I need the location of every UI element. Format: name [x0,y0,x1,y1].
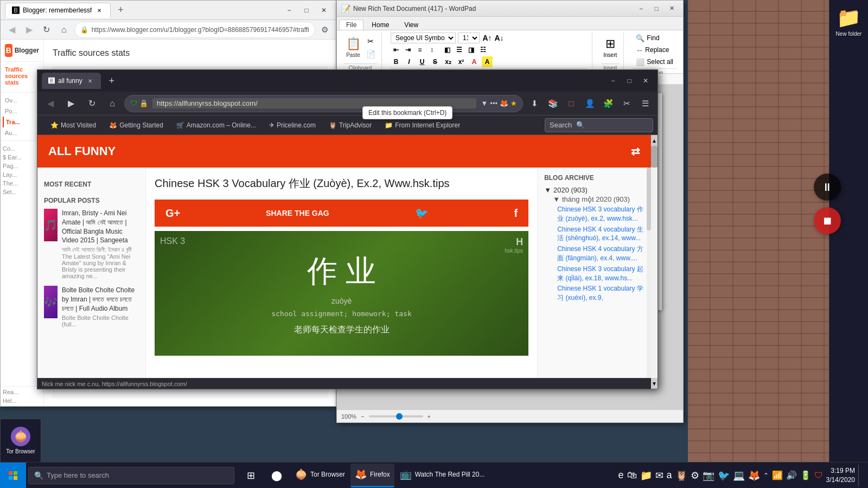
scroll-thumb[interactable] [651,146,658,168]
copy-button[interactable]: 📄 [364,48,377,60]
align-left-button[interactable]: ◧ [442,44,452,55]
taskbar-tor-browser[interactable]: 🧅 Tor Browser [291,464,349,487]
blogger-new-tab[interactable]: + [113,3,128,18]
firefox-new-tab[interactable]: + [104,73,119,88]
archive-item-3[interactable]: Chinese HSK 3 vocabulary 起来 (qǐlái), ex.… [544,265,644,283]
firefox-address-bar[interactable]: 🛡 🔒 https://allfunnyrss.blogspot.com/ ▼ … [124,95,523,112]
align-right-button[interactable]: ◨ [465,44,476,55]
font-size-select[interactable]: 11 [458,33,480,43]
bookmark-priceline[interactable]: ✈ Priceline.com [265,120,320,130]
paste-button[interactable]: 📋 Paste [343,35,363,61]
firefox-tab[interactable]: 🅱 all funny ✕ [42,73,101,89]
bookmark-getting-started[interactable]: 🦊 Getting Started [105,120,168,130]
shuffle-icon[interactable]: ⇄ [631,145,640,158]
archive-year[interactable]: ▼ 2020 (903) [544,186,644,194]
cut-button[interactable]: ✂ [364,35,377,47]
strikethrough-button[interactable]: S [430,56,441,67]
taskbar-folder-icon[interactable]: 📁 [640,470,652,481]
battery-icon[interactable]: 🔋 [800,470,811,480]
search-input[interactable]: Search [550,121,572,129]
taskbar-computer-icon[interactable]: 💻 [733,470,745,481]
notification-chevron-icon[interactable]: ⌃ [763,472,769,479]
taskbar-tripadvisor-icon[interactable]: 🦉 [675,470,687,481]
blogger-tab-close[interactable]: ✕ [95,6,104,15]
firefox-main-scrollbar[interactable]: ▲ ▼ [651,135,658,389]
firefox-container-button[interactable]: □ [563,95,579,112]
ribbon-tab-file[interactable]: File [339,20,363,30]
zoom-thumb[interactable] [396,413,403,420]
right-panel-scroll-thumb[interactable] [647,168,651,230]
text-color-button[interactable]: A [469,56,480,67]
underline-button[interactable]: U [417,56,427,67]
zoom-minus-button[interactable]: − [361,413,364,420]
firefox-minimize-button[interactable]: − [605,73,621,88]
popular-post-1[interactable]: 🎵 Imran, Bristy - Ami Nei Amate | আমি নে… [44,209,139,279]
taskbar-firefox[interactable]: 🦊 Firefox [350,464,394,487]
desktop-icon-new-folder[interactable]: 📁 New folder [834,4,864,39]
ribbon-tab-home[interactable]: Home [365,20,396,30]
blogger-tab[interactable]: 🅱 Blogger: rememberlessf ✕ [5,3,111,18]
task-view-button[interactable]: ⊞ [239,464,263,487]
zoom-slider[interactable] [369,415,423,418]
decrease-indent-button[interactable]: ⇤ [391,44,401,55]
network-icon[interactable]: 📶 [772,470,783,480]
taskbar-edge-icon[interactable]: e [618,470,624,481]
superscript-button[interactable]: x² [456,56,467,67]
bullets-button[interactable]: ≡ [414,44,425,55]
archive-item-4[interactable]: Chinese HSK 1 vocabulary 学习 (xuéxí), ex.… [544,284,644,303]
facebook-icon[interactable]: f [514,207,518,220]
firefox-forward-button[interactable]: ▶ [62,95,80,112]
wordpad-close-button[interactable]: ✕ [665,3,679,14]
firefox-close-button[interactable]: ✕ [638,73,653,88]
font-name-select[interactable]: Segoe UI Symbol [391,33,456,43]
bookmark-most-visited[interactable]: ⭐ Most Visited [46,120,100,130]
popular-post-2[interactable]: 🎶 Bolte Bolte Cholte Cholte by Imran | ব… [44,286,139,327]
taskbar-settings-icon[interactable]: ⚙ [691,470,699,481]
start-button[interactable] [0,463,26,489]
subscript-button[interactable]: x₂ [443,56,454,67]
show-desktop-button[interactable] [858,465,863,486]
firefox-maximize-button[interactable]: □ [622,73,637,88]
stop-button[interactable]: ⏹ [814,207,841,234]
blogger-address-bar[interactable]: 🔒 https://www.blogger.com/u/1/blogger.g?… [74,22,315,38]
taskbar-mail-icon[interactable]: ✉ [655,470,663,481]
firefox-home-button[interactable]: ⌂ [104,95,121,112]
firefox-refresh-button[interactable]: ↻ [83,95,100,112]
font-grow-button[interactable]: A↑ [482,33,493,43]
justify-button[interactable]: ☷ [477,44,488,55]
firefox-screenshot-button[interactable]: ✂ [618,95,635,112]
taskbar-store-icon[interactable]: 🛍 [627,470,637,481]
firefox-downloads-button[interactable]: ⬇ [526,95,542,112]
firefox-back-button[interactable]: ◀ [42,95,59,112]
taskbar-app1-icon[interactable]: 🐦 [718,470,730,481]
blogger-back-button[interactable]: ◀ [5,22,19,38]
wordpad-restore-button[interactable]: □ [649,3,663,14]
bold-button[interactable]: B [391,56,401,67]
select-all-button[interactable]: ⬜ Select all [633,56,676,67]
scroll-down-button[interactable]: ▼ [651,378,658,389]
bookmark-tripadvisor[interactable]: 🦉 TripAdvisor [324,120,376,130]
antivirus-icon[interactable]: 🛡 [814,471,823,480]
twitter-icon[interactable]: 🐦 [415,207,429,220]
blogger-refresh-button[interactable]: ↻ [40,22,54,38]
taskbar-search-bar[interactable]: 🔍 Type here to search [28,467,234,484]
volume-icon[interactable]: 🔊 [786,470,797,480]
pocket-icon[interactable]: 🦊 [500,99,508,107]
firefox-extensions-button[interactable]: 🧩 [600,95,616,112]
firefox-tab-close[interactable]: ✕ [86,76,94,85]
taskbar-firefox2-icon[interactable]: 🦊 [748,470,760,481]
firefox-menu-button[interactable]: ☰ [637,95,653,112]
archive-item-2[interactable]: Chinese HSK 4 vocabulary 方面 (fāngmiàn), … [544,245,644,263]
insert-icon[interactable]: ⊞ [605,37,615,51]
archive-item-1[interactable]: Chinese HSK 4 vocabulary 生活 (shēnghuó), … [544,225,644,243]
cortana-button[interactable]: ⬤ [265,464,289,487]
taskbar-camera-icon[interactable]: 📷 [703,470,714,481]
blogger-forward-button[interactable]: ▶ [22,22,36,38]
archive-item-0[interactable]: Chinese HSK 3 vocabulary 作业 (zuòyè), ex.… [544,205,644,223]
italic-button[interactable]: I [404,56,414,67]
firefox-sync-button[interactable]: 👤 [582,95,598,112]
address-more-icon[interactable]: ••• [490,99,497,107]
archive-month[interactable]: ▼ tháng một 2020 (903) [544,195,644,203]
ribbon-tab-view[interactable]: View [397,20,425,30]
line-spacing-button[interactable]: ↕ [426,44,437,55]
